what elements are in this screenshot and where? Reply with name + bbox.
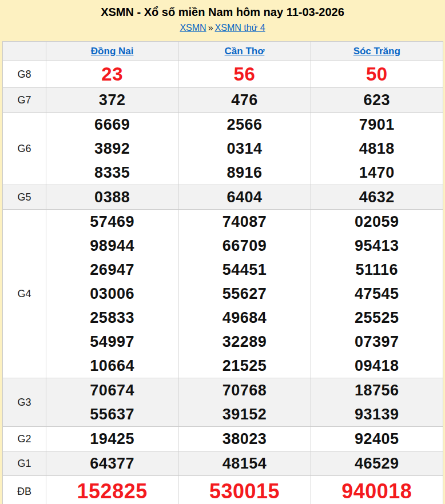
column-header-dong-nai: Đồng Nai <box>46 42 178 61</box>
prize-number: 6404 <box>178 185 310 209</box>
prize-cell: 4632 <box>311 185 443 210</box>
prize-number: 8916 <box>178 161 310 185</box>
prize-cell: 56 <box>178 61 311 88</box>
column-header-soc-trang: Sóc Trăng <box>311 42 443 61</box>
page-title: XSMN - Xổ số miền Nam hôm nay 11-03-2026 <box>0 5 445 19</box>
page-header: XSMN - Xổ số miền Nam hôm nay 11-03-2026… <box>0 0 445 41</box>
prize-label: G2 <box>3 427 46 451</box>
province-link-soc-trang[interactable]: Sóc Trăng <box>353 46 400 57</box>
prize-number: 10664 <box>46 354 178 378</box>
prize-label: G1 <box>3 451 46 476</box>
prize-cell: 02059954135111647545255250739709418 <box>311 210 443 378</box>
prize-label: ĐB <box>3 476 46 504</box>
prize-number: 02059 <box>311 210 443 234</box>
prize-number: 19425 <box>46 427 178 451</box>
prize-number: 70768 <box>178 378 310 402</box>
prize-number: 47545 <box>311 282 443 306</box>
prize-number: 0388 <box>46 185 178 209</box>
prize-cell: 38023 <box>178 427 311 451</box>
prize-number: 54997 <box>46 330 178 354</box>
prize-number: 70674 <box>46 378 178 402</box>
prize-label: G6 <box>3 113 46 185</box>
corner-cell <box>3 42 46 61</box>
prize-row-g7: G7372476623 <box>3 88 443 113</box>
prize-row-g2: G2194253802392405 <box>3 427 443 451</box>
prize-cell: 92405 <box>311 427 443 451</box>
prize-number: 07397 <box>311 330 443 354</box>
prize-number: 25833 <box>46 306 178 330</box>
prize-label: G8 <box>3 61 46 88</box>
prize-cell: 623 <box>311 88 443 113</box>
prize-cell: 152825 <box>46 476 178 504</box>
prize-row-g3: G3706745563770768391521875693139 <box>3 378 443 427</box>
prize-number: 66709 <box>178 234 310 258</box>
prize-cell: 19425 <box>46 427 178 451</box>
prize-number: 4818 <box>311 137 443 161</box>
prize-number: 03006 <box>46 282 178 306</box>
prize-number: 940018 <box>311 476 443 504</box>
prize-number: 23 <box>46 61 178 87</box>
prize-number: 32289 <box>178 330 310 354</box>
prize-cell: 7067455637 <box>46 378 178 427</box>
prize-number: 64377 <box>46 451 178 475</box>
prize-number: 48154 <box>178 451 310 475</box>
prize-row-db: ĐB152825530015940018 <box>3 476 443 504</box>
prize-cell: 476 <box>178 88 311 113</box>
prize-cell: 666938928335 <box>46 113 178 185</box>
prize-number: 1470 <box>311 161 443 185</box>
prize-number: 26947 <box>46 258 178 282</box>
prize-cell: 6404 <box>178 185 311 210</box>
prize-row-g5: G5038864044632 <box>3 185 443 210</box>
breadcrumb-link-home[interactable]: XSMN <box>180 23 206 33</box>
prize-cell: 7076839152 <box>178 378 311 427</box>
prize-number: 152825 <box>46 476 178 504</box>
prize-cell: 256603148916 <box>178 113 311 185</box>
prize-label: G4 <box>3 210 46 378</box>
prize-cell: 23 <box>46 61 178 88</box>
prize-number: 54451 <box>178 258 310 282</box>
prize-number: 50 <box>311 61 443 87</box>
prize-number: 38023 <box>178 427 310 451</box>
prize-cell: 57469989442694703006258335499710664 <box>46 210 178 378</box>
prize-number: 93139 <box>311 402 443 426</box>
prize-number: 57469 <box>46 210 178 234</box>
prize-number: 55637 <box>46 402 178 426</box>
breadcrumb-link-current[interactable]: XSMN thứ 4 <box>215 23 265 33</box>
prize-row-g8: G8235650 <box>3 61 443 88</box>
column-header-row: Đồng Nai Cần Thơ Sóc Trăng <box>3 42 443 61</box>
prize-number: 39152 <box>178 402 310 426</box>
breadcrumb-separator: » <box>206 23 215 33</box>
prize-row-g1: G1643774815446529 <box>3 451 443 476</box>
prize-number: 2566 <box>178 113 310 137</box>
column-header-can-tho: Cần Thơ <box>178 42 311 61</box>
prize-number: 09418 <box>311 354 443 378</box>
prize-number: 18756 <box>311 378 443 402</box>
prize-number: 6669 <box>46 113 178 137</box>
prize-number: 92405 <box>311 427 443 451</box>
prize-cell: 530015 <box>178 476 311 504</box>
prize-cell: 1875693139 <box>311 378 443 427</box>
prize-number: 476 <box>178 88 310 112</box>
prize-number: 4632 <box>311 185 443 209</box>
prize-number: 55627 <box>178 282 310 306</box>
prize-number: 25525 <box>311 306 443 330</box>
prize-number: 3892 <box>46 137 178 161</box>
prize-cell: 48154 <box>178 451 311 476</box>
prize-row-g6: G6666938928335256603148916790148181470 <box>3 113 443 185</box>
prize-label: G5 <box>3 185 46 210</box>
prize-row-g4: G457469989442694703006258335499710664740… <box>3 210 443 378</box>
prize-cell: 74087667095445155627496843228921525 <box>178 210 311 378</box>
prize-number: 623 <box>311 88 443 112</box>
prize-number: 95413 <box>311 234 443 258</box>
prize-cell: 64377 <box>46 451 178 476</box>
prize-number: 56 <box>178 61 310 87</box>
prize-label: G3 <box>3 378 46 427</box>
breadcrumb: XSMN»XSMN thứ 4 <box>0 23 445 33</box>
prize-number: 21525 <box>178 354 310 378</box>
prize-number: 49684 <box>178 306 310 330</box>
prize-number: 0314 <box>178 137 310 161</box>
prize-cell: 790148181470 <box>311 113 443 185</box>
province-link-can-tho[interactable]: Cần Thơ <box>225 46 265 57</box>
province-link-dong-nai[interactable]: Đồng Nai <box>91 46 134 57</box>
lottery-results-table: Đồng Nai Cần Thơ Sóc Trăng G8235650G7372… <box>2 41 443 504</box>
